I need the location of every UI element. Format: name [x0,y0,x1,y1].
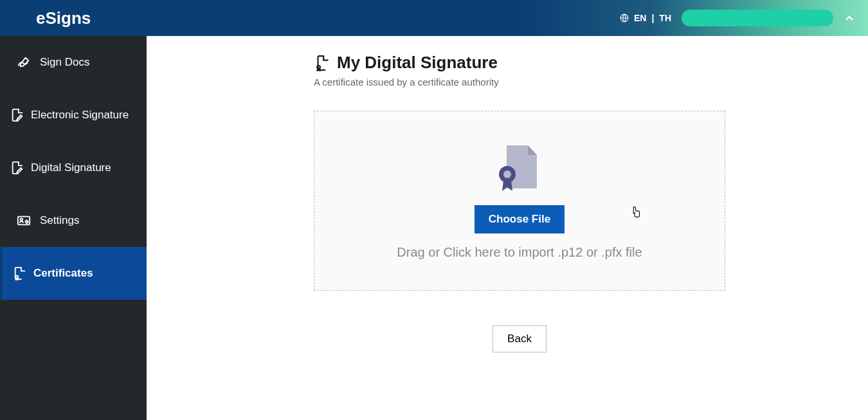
chevron-up-icon[interactable] [844,12,855,24]
main-content: My Digital Signature A certificate issue… [147,36,868,420]
header-right: EN | TH [620,10,855,26]
sidebar-item-sign-docs[interactable]: Sign Docs [0,36,147,89]
globe-icon [620,14,629,23]
sidebar-item-digital-signature[interactable]: Digital Signature [0,142,147,194]
badge-gear-icon [17,214,31,228]
sidebar-item-label: Sign Docs [40,56,89,69]
document-certificate-icon [314,55,330,71]
sidebar: Sign Docs Electronic Signature Digit [0,36,147,420]
sidebar-item-label: Digital Signature [31,161,111,174]
app-header: eSigns EN | TH [0,0,868,36]
cursor-pointer-icon [629,205,643,219]
page-title: My Digital Signature [337,53,498,73]
page-head: My Digital Signature A certificate issue… [314,53,777,87]
pen-icon [17,55,31,69]
lang-primary-label: EN [634,13,646,23]
svg-point-7 [503,170,511,178]
lang-secondary-label: TH [659,13,671,23]
app-logo: eSigns [36,8,91,28]
svg-point-2 [21,218,23,221]
drop-hint-text: Drag or Click here to import .p12 or .pf… [397,245,642,260]
file-dropzone[interactable]: Choose File Drag or Click here to import… [314,111,725,291]
back-button[interactable]: Back [493,325,547,352]
document-edit-icon [10,108,24,122]
sidebar-item-label: Electronic Signature [31,109,129,122]
certificate-icon [13,266,27,280]
page-subtitle: A certificate issued by a certificate au… [314,77,499,87]
document-edit-icon [10,161,24,175]
sidebar-item-settings[interactable]: Settings [0,194,147,247]
sidebar-item-label: Certificates [33,267,93,280]
sidebar-item-electronic-signature[interactable]: Electronic Signature [0,89,147,142]
sidebar-item-label: Settings [40,214,79,227]
user-pill[interactable] [682,10,833,26]
upload-file-icon [497,142,542,194]
language-switcher[interactable]: EN | TH [620,13,671,23]
lang-separator: | [651,13,654,23]
sidebar-item-certificates[interactable]: Certificates [0,247,147,300]
choose-file-button[interactable]: Choose File [475,205,565,233]
